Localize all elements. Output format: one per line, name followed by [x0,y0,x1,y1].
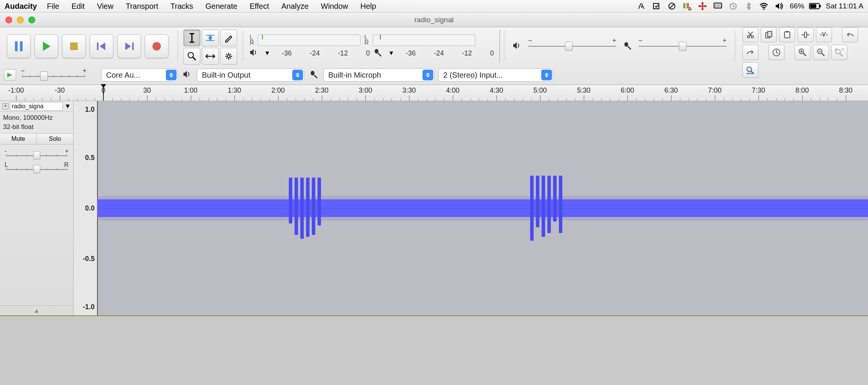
zoom-out-button[interactable] [813,45,829,60]
timeshift-tool-button[interactable] [202,48,219,65]
menu-generate[interactable]: Generate [205,2,237,11]
paste-button[interactable] [779,27,795,42]
svg-point-10 [704,5,707,7]
ruler-label: 2:00 [271,86,285,95]
playback-meter-lr: LR [250,35,254,46]
svg-point-34 [624,42,628,47]
copy-button[interactable] [761,27,777,42]
silence-button[interactable] [816,27,832,42]
close-window-button[interactable] [5,16,12,23]
stop-button[interactable] [62,34,86,58]
vertical-scale[interactable]: 1.00.50.0-0.5-1.0 [74,101,97,315]
svg-rect-3 [683,3,685,8]
waveform-display[interactable] [97,101,868,315]
ruler-label: 2:30 [315,86,328,95]
output-volume-icon [513,42,521,51]
battery-icon[interactable] [811,2,820,11]
menu-window[interactable]: Window [321,2,348,11]
output-volume-slider[interactable]: −+ [528,41,616,51]
menu-tracks[interactable]: Tracks [170,2,193,11]
draw-tool-button[interactable] [220,29,237,46]
ruler-label: 6:00 [621,86,634,95]
skip-start-button[interactable] [90,34,113,58]
fit-selection-button[interactable] [831,45,847,60]
menu-edit[interactable]: Edit [72,2,85,11]
battery-warn-icon[interactable] [683,2,692,11]
minimize-window-button[interactable] [17,16,24,23]
playback-meter-menu-icon[interactable]: ▼ [264,50,270,57]
status-tray: 66% Sat 11:01 A [637,2,863,11]
app-name: Audacity [5,2,37,11]
menu-view[interactable]: View [97,2,113,11]
menu-help[interactable]: Help [360,2,376,11]
input-device-select[interactable]: Built-in Microph [323,69,434,82]
play-button[interactable] [34,34,58,58]
playback-meter[interactable] [258,34,360,46]
svg-rect-20 [820,5,821,7]
track-menu-icon[interactable]: ▼ [64,103,71,110]
multi-tool-button[interactable] [220,48,237,65]
timemachine-icon[interactable] [729,2,738,11]
ruler-label: 1:30 [228,86,241,95]
pause-button[interactable] [7,34,31,58]
solo-button[interactable]: Solo [37,134,73,144]
svg-point-8 [701,7,703,10]
adobe-icon[interactable] [637,2,646,11]
record-meter-menu-icon[interactable]: ▼ [388,50,394,57]
envelope-tool-button[interactable] [202,29,219,46]
flower-icon[interactable] [698,2,707,11]
timeline-ruler[interactable]: -1:00-300301:001:302:002:303:003:304:004… [0,85,868,101]
selection-tool-button[interactable] [183,29,200,46]
playback-db-scale: -36-24-120 [282,49,370,57]
undo-button[interactable] [842,27,858,42]
track-close-button[interactable]: × [2,103,8,109]
svg-point-32 [375,49,378,54]
track-name[interactable]: radio_signa [10,102,63,111]
display-icon[interactable] [713,2,722,11]
svg-line-52 [822,53,824,56]
transport-toolbar [0,27,175,65]
wifi-icon[interactable] [759,2,768,11]
mic-icon[interactable] [373,48,384,58]
zoom-tool-button[interactable] [183,48,200,65]
output-device-select[interactable]: Built-in Output [197,69,304,82]
zoom-in-button[interactable] [794,45,811,60]
zoom-window-button[interactable] [28,16,35,23]
svg-point-54 [836,49,840,54]
footer-area [0,315,868,325]
input-device-icon [308,70,319,80]
svg-line-33 [378,53,381,56]
track-gain-slider[interactable]: -+ [5,148,69,160]
input-volume-slider[interactable]: −+ [639,41,727,51]
menu-file[interactable]: File [47,2,59,11]
ruler-label: 30 [143,86,151,95]
record-meter[interactable] [373,34,475,46]
playback-speed-slider[interactable]: −+ [20,69,87,81]
redo-button[interactable] [742,45,758,60]
speaker-icon[interactable] [250,49,260,57]
fit-project-button[interactable] [742,62,758,78]
sync-lock-button[interactable] [768,45,784,60]
block-icon[interactable] [667,2,676,11]
trim-button[interactable] [798,27,814,42]
audio-host-select[interactable]: Core Au... [101,69,178,82]
bluetooth-icon[interactable] [744,2,753,11]
skip-end-button[interactable] [117,34,141,58]
play-at-speed-button[interactable] [4,69,16,81]
track-collapse-button[interactable]: ▲ [0,305,73,315]
meters-toolbar: LR LR ▼ -36-24-120 ▼ -36-24-120 [245,27,499,65]
menu-effect[interactable]: Effect [250,2,269,11]
track-area: × radio_signa ▼ Mono, 100000Hz 32-bit fl… [0,101,868,315]
svg-point-59 [311,71,314,75]
svg-rect-43 [786,31,788,33]
mute-button[interactable]: Mute [0,134,37,144]
volume-icon[interactable] [775,2,784,11]
menu-transport[interactable]: Transport [126,2,158,11]
sync-icon[interactable] [652,2,661,11]
menu-analyze[interactable]: Analyze [281,2,308,11]
record-button[interactable] [145,34,169,58]
cut-button[interactable] [742,27,758,42]
svg-line-35 [628,46,631,49]
track-pan-slider[interactable]: LR [5,162,69,174]
input-channels-select[interactable]: 2 (Stereo) Input... [438,69,553,82]
